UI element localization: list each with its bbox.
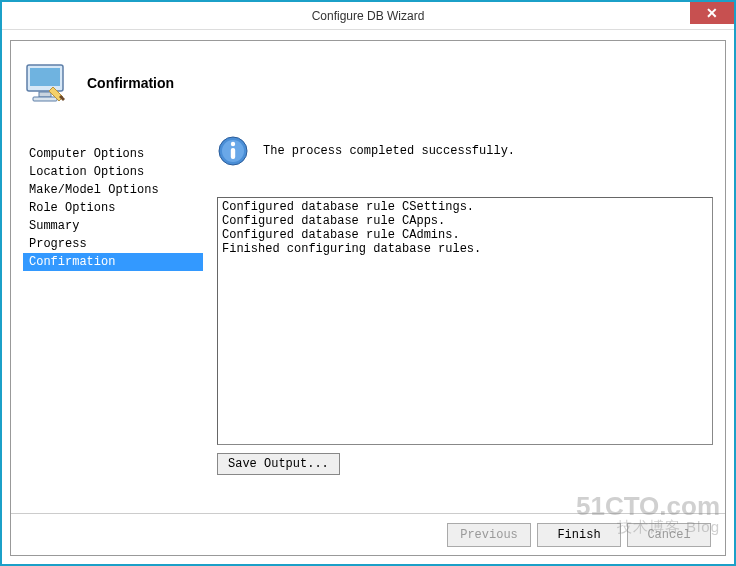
svg-rect-1 (30, 68, 60, 86)
svg-rect-2 (39, 92, 51, 97)
status-message: The process completed successfully. (263, 144, 515, 158)
monitor-icon (23, 59, 71, 107)
close-button[interactable]: ✕ (690, 2, 734, 24)
page-heading: Confirmation (87, 75, 174, 91)
svg-rect-7 (231, 148, 235, 159)
wizard-steps-sidebar: Computer OptionsLocation OptionsMake/Mod… (23, 145, 203, 271)
sidebar-item-step-1[interactable]: Location Options (23, 163, 203, 181)
sidebar-item-step-2[interactable]: Make/Model Options (23, 181, 203, 199)
info-icon (217, 135, 249, 167)
sidebar-item-step-0[interactable]: Computer Options (23, 145, 203, 163)
titlebar: Configure DB Wizard ✕ (2, 2, 734, 30)
cancel-button: Cancel (627, 523, 711, 547)
wizard-frame: Confirmation Computer OptionsLocation Op… (10, 40, 726, 556)
close-icon: ✕ (706, 5, 718, 21)
sidebar-item-step-5[interactable]: Progress (23, 235, 203, 253)
previous-button: Previous (447, 523, 531, 547)
window-title: Configure DB Wizard (312, 9, 425, 23)
content-area: Computer OptionsLocation OptionsMake/Mod… (11, 121, 725, 511)
svg-point-6 (231, 142, 235, 146)
button-bar: Previous Finish Cancel (11, 513, 725, 555)
status-row: The process completed successfully. (217, 135, 713, 167)
finish-button[interactable]: Finish (537, 523, 621, 547)
save-output-button[interactable]: Save Output... (217, 453, 340, 475)
sidebar-item-step-6[interactable]: Confirmation (23, 253, 203, 271)
header-section: Confirmation (11, 41, 725, 119)
main-pane: The process completed successfully. Conf… (217, 135, 713, 511)
output-log[interactable]: Configured database rule CSettings. Conf… (217, 197, 713, 445)
sidebar-item-step-4[interactable]: Summary (23, 217, 203, 235)
sidebar-item-step-3[interactable]: Role Options (23, 199, 203, 217)
svg-rect-3 (33, 97, 57, 101)
